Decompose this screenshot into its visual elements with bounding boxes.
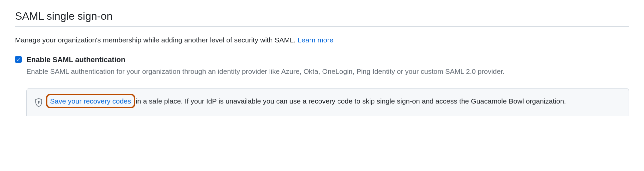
recovery-codes-notice: Save your recovery codes in a safe place… (26, 88, 629, 116)
enable-saml-row: Enable SAML authentication Enable SAML a… (15, 55, 629, 77)
enable-saml-label[interactable]: Enable SAML authentication (26, 55, 629, 65)
section-description-text: Manage your organization's membership wh… (15, 36, 298, 44)
page-title: SAML single sign-on (15, 10, 629, 27)
save-recovery-codes-link[interactable]: Save your recovery codes (46, 94, 135, 108)
section-description: Manage your organization's membership wh… (15, 35, 629, 45)
shield-lock-icon (35, 98, 43, 109)
enable-saml-sublabel: Enable SAML authentication for your orga… (26, 66, 629, 77)
enable-saml-checkbox[interactable] (15, 56, 22, 63)
check-icon (16, 57, 21, 62)
learn-more-link[interactable]: Learn more (298, 36, 333, 44)
recovery-notice-rest: in a safe place. If your IdP is unavaila… (134, 97, 566, 105)
enable-saml-content: Enable SAML authentication Enable SAML a… (26, 55, 629, 77)
recovery-notice-text: Save your recovery codes in a safe place… (49, 96, 566, 107)
